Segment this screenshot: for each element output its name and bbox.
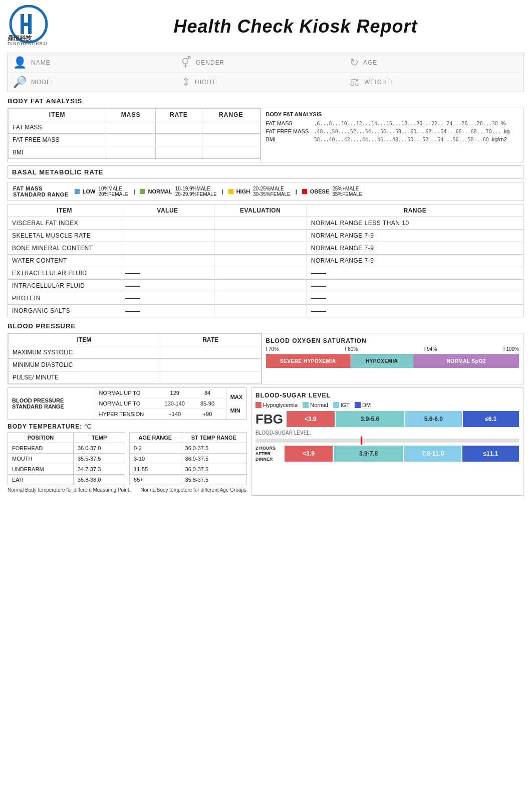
bmi-right-label: BMI (266, 136, 311, 142)
table-row: 3-10 36.0-37.5 (130, 454, 247, 464)
table-row: FOREHEAD 36.0-37.0 (8, 443, 125, 454)
age-header-row: AGE RANGE ST TEMP RANGE (130, 433, 247, 443)
bp-col-item: ITEM (9, 334, 160, 346)
item-fat-mass: FAT MASS (9, 121, 106, 134)
temp-notes: Normal Body temperature for different Me… (8, 487, 247, 493)
underarm-temp: 34.7-37.3 (73, 464, 125, 475)
smr-range: NORMAL RANGE 7-9 (307, 230, 523, 242)
age-range-col: AGE RANGE (130, 433, 181, 443)
temp-0-2: 36.0-37.5 (181, 443, 247, 454)
legend-normal: Normal (303, 402, 328, 408)
height-icon: ⇕ (181, 76, 191, 89)
age-temp-table: AGE RANGE ST TEMP RANGE 0-2 36.0-37.5 3-… (129, 432, 247, 485)
svg-text:鼎恒科技: 鼎恒科技 (8, 35, 32, 42)
table-row: MAXIMUM SYSTOLIC (9, 346, 261, 359)
bp-std-label-2: NORMAL UP TO (99, 400, 157, 407)
body-fat-section: ITEM MASS RATE RANGE FAT MASS FAT FREE M… (8, 108, 523, 162)
dm-label: DM (362, 402, 371, 408)
dm-dot (355, 402, 361, 408)
name-label: NAME (31, 59, 51, 66)
ear-pos: EAR (8, 475, 74, 485)
marker-100: I 100% (503, 346, 519, 352)
info-row-2: 🔎 MODE: ⇕ HIGHT: ⚖ WEIGHT: (8, 73, 523, 92)
fbg-seg-3: 5.6-6.0 (405, 411, 461, 427)
gender-field: ⚥ GENDER (181, 56, 350, 69)
fbg-seg-1: <3.9 (287, 411, 335, 427)
hypo-dot (255, 402, 261, 408)
bp-max-3: +140 (160, 411, 189, 417)
temp-title: BODY TEMPERATURE: (8, 423, 82, 430)
age-label: AGE (363, 59, 377, 66)
temp-65plus: 35.8-37.5 (181, 475, 247, 485)
marker-80: I 80% (345, 346, 358, 352)
pos-temp-col: TEMP (73, 433, 125, 443)
report-title: Health Check Kiosk Report (68, 16, 523, 37)
height-label: HIGHT: (195, 79, 217, 86)
left-bottom: BLOOD PRESSURESTANDARD RANGE NORMAL UP T… (8, 387, 247, 496)
inorganic-value-dash (125, 311, 140, 312)
protein-range-dash (311, 298, 326, 299)
fat-free-unit: kg (504, 128, 510, 134)
forehead-pos: FOREHEAD (8, 443, 74, 454)
table-row: 65+ 35.8-37.5 (130, 475, 247, 485)
obese-sub: 25%+MALE35%FEMALE (332, 186, 362, 197)
age-11-55: 11-55 (130, 464, 181, 475)
blood-sugar-section: BLOOD-SUGAR LEVEL Hypoglycemia Normal IG… (251, 387, 523, 496)
bp-min-3: +90 (193, 411, 221, 417)
low-label: LOW (83, 188, 96, 194)
obese-label: OBESE (310, 188, 330, 194)
ad-seg-3: 7.8-11.0 (404, 446, 461, 462)
table-row: INORGANIC SALTS (8, 305, 523, 317)
ear-temp: 35.8-38.0 (73, 475, 125, 485)
person-icon: 👤 (13, 56, 27, 69)
logo: DINGHENGKEJI 鼎恒科技 (8, 5, 58, 48)
fat-range-bar: FAT MASSSTANDARD RANGE LOW 10%MALE20%FEM… (8, 182, 523, 201)
normal-sub: 10-19.9%MALE20-29.9%FEMALE (175, 186, 217, 197)
oxy-bar: SEVERE HYPOXEMIA HYPOXEMIA NORMAL SpO2 (266, 354, 519, 368)
fat-free-scale: .48...50....52...54...56...58...60...62.… (314, 129, 501, 134)
bp-section: ITEM RATE MAXIMUM SYSTOLIC MINIMUM DIAST… (8, 333, 523, 384)
col-range: RANGE (202, 109, 260, 121)
fat-mass-scale-row: FAT MASS .6...8...10...12...14...16...18… (266, 120, 518, 126)
temp-3-10: 36.0-37.5 (181, 454, 247, 464)
icf-item: INTRACELLULAR FLUID (8, 280, 121, 292)
table-row: FAT MASS (9, 121, 260, 134)
ad-seg-4: ≤11.1 (462, 446, 519, 462)
info-row-1: 👤 NAME ⚥ GENDER ↻ AGE (8, 53, 523, 73)
bp-header-row: ITEM RATE (9, 334, 261, 346)
legend-hypo: Hypoglycemia (255, 402, 298, 408)
hypo-label: Hypoglycemia (263, 402, 298, 408)
normal-dot (140, 189, 145, 194)
header: DINGHENGKEJI 鼎恒科技 Health Check Kiosk Rep… (8, 5, 523, 48)
ad-seg-2: 3.9-7.8 (334, 446, 404, 462)
ad-segments: <3.9 3.9-7.8 7.8-11.0 ≤11.1 (285, 446, 519, 462)
table-row: EXTRACELLULAR FLUID (8, 267, 523, 280)
weight-icon: ⚖ (350, 76, 360, 89)
bp-col-rate: RATE (160, 334, 261, 346)
bp-max-1: 129 (160, 390, 189, 396)
age-field: ↻ AGE (350, 56, 518, 69)
fbg-segments: <3.9 3.9-5.6 5.6-6.0 ≤6.1 (287, 411, 519, 427)
bp-std-row-1: NORMAL UP TO 129 84 (95, 388, 226, 398)
bp-std-row-3: HYPER TENSION +140 +90 (95, 409, 226, 419)
bs-level-bar (255, 439, 519, 443)
table-row: SKELETAL MUSCLE RATE NORMAL RANGE 7-9 (8, 230, 523, 242)
bp-std-label-1: NORMAL UP TO (99, 390, 157, 396)
table-row: WATER CONTENT NORMAL RANGE 7-9 (8, 255, 523, 267)
table-row: MOUTH 35.5-37.5 (8, 454, 125, 464)
marker-94: I 94% (424, 346, 437, 352)
temp-title-row: BODY TEMPERATURE: °C (8, 423, 247, 430)
body-fat-left: ITEM MASS RATE RANGE FAT MASS FAT FREE M… (8, 108, 260, 162)
obese-dot (302, 189, 307, 194)
normal-label: NORMAL (148, 188, 172, 194)
bmc-item: BONE MINERAL CONTENT (8, 242, 121, 255)
bf-right-title: BODY FAT ANALYSIS (266, 111, 518, 117)
info-bar: 👤 NAME ⚥ GENDER ↻ AGE 🔎 MODE: ⇕ HIGHT: ⚖… (8, 53, 523, 92)
marker-70: I 70% (266, 346, 279, 352)
after-dinner-label: 2 HOURSAFTER DINNER (255, 446, 283, 462)
name-field: 👤 NAME (13, 56, 181, 69)
high-dot (228, 189, 233, 194)
bp-right: BLOOD OXYGEN SATURATION I 70% I 80% I 94… (262, 333, 523, 384)
mouth-pos: MOUTH (8, 454, 74, 464)
forehead-temp: 36.0-37.0 (73, 443, 125, 454)
